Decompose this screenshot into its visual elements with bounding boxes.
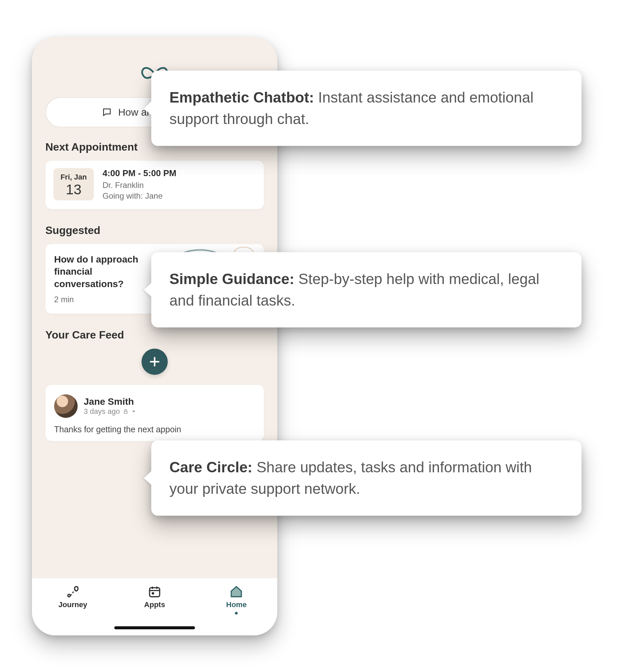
nav-home[interactable]: Home [217, 585, 256, 615]
appointment-day-number: 13 [55, 182, 92, 197]
calendar-icon [148, 585, 161, 599]
nav-journey-label: Journey [58, 600, 87, 609]
nav-journey[interactable]: Journey [53, 585, 93, 609]
appointment-time: 4:00 PM - 5:00 PM [103, 168, 176, 178]
svg-rect-2 [124, 411, 127, 413]
suggested-heading: Suggested [45, 224, 264, 237]
callout-care-circle: Care Circle: Share updates, tasks and in… [151, 440, 582, 516]
callout-title: Empathetic Chatbot: [169, 89, 314, 106]
appointment-going-with: Going with: Jane [103, 191, 176, 201]
post-time: 3 days ago [84, 407, 120, 416]
callout-chatbot: Empathetic Chatbot: Instant assistance a… [151, 71, 582, 146]
nav-active-dot [235, 612, 238, 615]
callout-title: Care Circle: [169, 459, 253, 475]
chat-icon [102, 107, 112, 117]
post-author: Jane Smith [84, 396, 136, 407]
callout-title: Simple Guidance: [169, 271, 295, 287]
chevron-down-icon [132, 409, 136, 414]
appointment-day-label: Fri, Jan [55, 173, 92, 181]
home-indicator [114, 626, 195, 629]
bottom-nav: Journey Appts Home [32, 578, 277, 635]
plus-icon [149, 356, 161, 368]
svg-rect-4 [150, 588, 160, 597]
appointment-date-chip: Fri, Jan 13 [53, 168, 94, 200]
appointment-card[interactable]: Fri, Jan 13 4:00 PM - 5:00 PM Dr. Frankl… [45, 161, 264, 209]
suggested-question: How do I approach financial conversation… [54, 253, 148, 290]
appointment-doctor: Dr. Franklin [103, 180, 176, 191]
home-icon [230, 585, 243, 599]
nav-appts[interactable]: Appts [135, 585, 175, 609]
svg-rect-5 [152, 592, 154, 595]
svg-point-3 [68, 594, 70, 597]
avatar [54, 394, 78, 418]
lock-icon [123, 409, 129, 414]
journey-icon [66, 585, 80, 599]
nav-home-label: Home [226, 600, 247, 609]
add-post-button[interactable] [141, 348, 168, 375]
feed-post[interactable]: Jane Smith 3 days ago Thanks for getting… [45, 385, 264, 441]
nav-appts-label: Appts [144, 600, 165, 609]
care-feed-heading: Your Care Feed [45, 329, 264, 341]
callout-guidance: Simple Guidance: Step-by-step help with … [151, 252, 582, 327]
post-body: Thanks for getting the next appoin [54, 425, 255, 434]
